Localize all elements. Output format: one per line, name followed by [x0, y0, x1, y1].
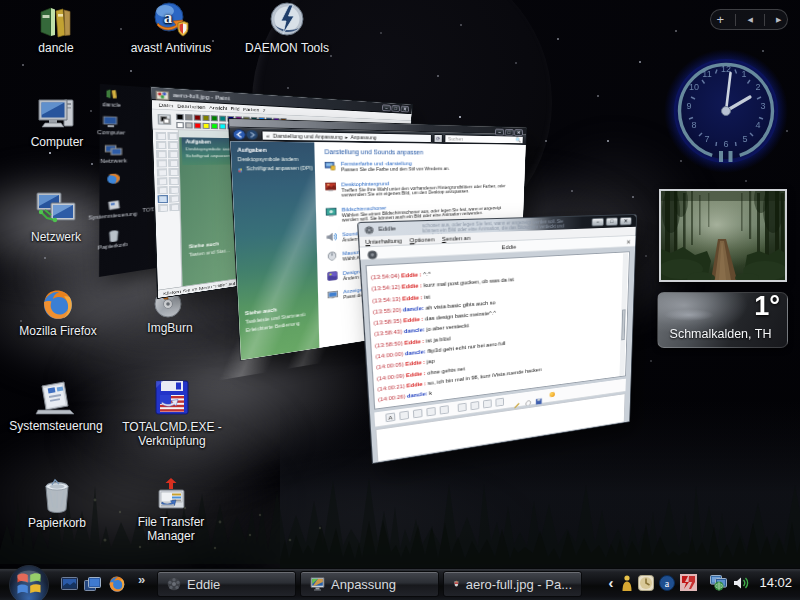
svg-text:4: 4 [755, 120, 760, 130]
svg-text:11: 11 [702, 69, 711, 79]
svg-text:9: 9 [686, 101, 691, 111]
svg-text:3: 3 [760, 101, 765, 111]
svg-text:1: 1 [741, 69, 746, 79]
svg-text:2: 2 [755, 82, 760, 92]
svg-text:8: 8 [691, 120, 696, 130]
svg-text:5: 5 [742, 134, 747, 144]
svg-text:6: 6 [723, 139, 728, 149]
svg-text:10: 10 [689, 82, 699, 92]
svg-text:a: a [164, 8, 173, 27]
svg-text:7: 7 [704, 134, 709, 144]
svg-text:a: a [665, 577, 670, 588]
